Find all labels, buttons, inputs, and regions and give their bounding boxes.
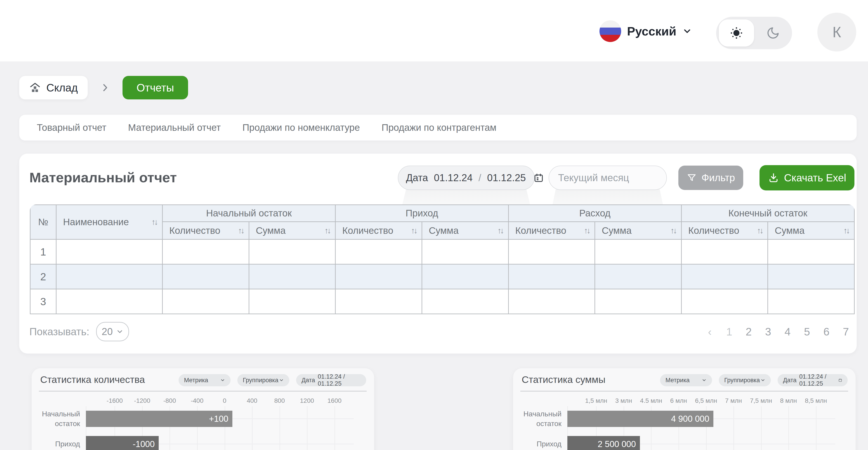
breadcrumb-reports-label: Отчеты: [136, 82, 174, 94]
breadcrumb-reports[interactable]: Отчеты: [123, 76, 188, 99]
axis-tick-label: 6 млн: [670, 397, 687, 405]
subcolumn-label: Количество: [342, 225, 393, 236]
sort-icon[interactable]: ↑↓: [584, 226, 589, 235]
chart-bar: 2 500 000: [567, 436, 640, 450]
subcolumn-quantity[interactable]: Количество↑↓: [162, 222, 249, 239]
chart-axis-ticks: 1,5 млн3 млн4.5 млн6 млн6,5 млн7 млн7,5 …: [567, 395, 835, 406]
calendar-icon: [533, 172, 544, 183]
period-input[interactable]: [549, 166, 667, 190]
bar-value-label: 4 900 000: [671, 414, 713, 424]
tab-materialny-otchet[interactable]: Материальный отчет: [128, 122, 221, 133]
light-theme-option[interactable]: [719, 20, 754, 46]
pagination-page-5[interactable]: 5: [803, 325, 811, 338]
quantity-bar-chart: +100-1000: [86, 406, 354, 450]
pagination-page-4[interactable]: 4: [783, 325, 792, 338]
sort-icon[interactable]: ↑↓: [498, 226, 503, 235]
subcolumn-label: Сумма: [602, 225, 631, 236]
pagination-page-7[interactable]: 7: [842, 325, 850, 338]
subcolumn-label: Сумма: [775, 225, 804, 236]
sort-icon[interactable]: ↑↓: [411, 226, 416, 235]
column-header-name-label: Наименование: [63, 217, 129, 227]
pagination-page-6[interactable]: 6: [822, 325, 831, 338]
date-range-picker[interactable]: Дата 01.12.24 / 01.12.25: [398, 166, 535, 190]
chart-date-range[interactable]: Дата 01.12.24 / 01.12.25: [296, 374, 366, 386]
date-separator: /: [478, 172, 481, 184]
row-number: 3: [30, 289, 56, 314]
show-label: Показывать:: [29, 325, 89, 338]
chevron-down-icon: [702, 378, 707, 383]
warehouse-icon: [29, 82, 41, 94]
chart-date-label: Дата: [302, 377, 315, 384]
sort-icon[interactable]: ↑↓: [757, 226, 762, 235]
subcolumn-label: Сумма: [256, 225, 286, 236]
page-size-select[interactable]: 20: [96, 322, 129, 341]
theme-toggle[interactable]: [716, 17, 792, 49]
axis-tick-label: 8 млн: [780, 397, 797, 405]
subcolumn-sum[interactable]: Сумма↑↓: [768, 222, 855, 239]
report-table: № Наименование ↑↓ Начальный остаток Прих…: [30, 204, 855, 314]
tab-prodazhi-kontragenty[interactable]: Продажи по контрагентам: [381, 122, 496, 133]
axis-tick-label: 6,5 млн: [695, 397, 717, 405]
divider: [520, 391, 848, 391]
axis-tick-label: -1200: [134, 397, 150, 405]
grouping-select-label: Группировка: [243, 377, 278, 384]
subcolumn-quantity[interactable]: Количество↑↓: [508, 222, 595, 239]
column-header-name[interactable]: Наименование ↑↓: [56, 205, 162, 239]
page-size-value: 20: [102, 326, 113, 337]
chart-category-label: Приход: [32, 431, 84, 450]
download-button-label: Скачать Exel: [784, 172, 846, 184]
sort-icon[interactable]: ↑↓: [151, 217, 157, 227]
row-number: 1: [30, 239, 56, 264]
table-row[interactable]: 3: [30, 289, 855, 314]
subcolumn-sum[interactable]: Сумма↑↓: [249, 222, 336, 239]
download-excel-button[interactable]: Скачать Exel: [760, 165, 855, 190]
sort-icon[interactable]: ↑↓: [843, 226, 849, 235]
page-title: Материальный отчет: [29, 169, 177, 186]
pagination-page-3[interactable]: 3: [764, 325, 772, 338]
chart-category-label: Приход: [513, 431, 565, 450]
pagination-page-2[interactable]: 2: [745, 325, 753, 338]
sun-icon: [730, 26, 743, 40]
sum-bar-chart: 4 900 0002 500 000: [567, 406, 835, 450]
subcolumn-sum[interactable]: Сумма↑↓: [422, 222, 508, 239]
language-selector[interactable]: Русский: [599, 20, 692, 43]
chart-date-label: Дата: [783, 377, 797, 384]
chart-category-labels: Начальный остатокПриход: [513, 406, 565, 450]
metric-select[interactable]: Метрика: [660, 374, 712, 386]
metric-select[interactable]: Метрика: [179, 374, 230, 386]
subcolumn-sum[interactable]: Сумма↑↓: [595, 222, 682, 239]
axis-tick-label: 7 млн: [725, 397, 742, 405]
page-size-control: Показывать: 20: [29, 323, 129, 341]
chart-date-range[interactable]: Дата 01.12.24 / 01.12.25: [778, 374, 848, 386]
breadcrumb-chevron-icon: [100, 83, 110, 93]
breadcrumb-warehouse[interactable]: Склад: [19, 76, 88, 99]
chevron-down-icon: [116, 328, 124, 335]
sort-icon[interactable]: ↑↓: [324, 226, 330, 235]
chart-bar: +100: [86, 411, 232, 427]
metric-select-label: Метрика: [184, 377, 208, 384]
chart-title: Статистика количества: [40, 374, 145, 385]
axis-tick-label: 1600: [328, 397, 342, 405]
table-row[interactable]: 1: [30, 239, 855, 264]
filter-button[interactable]: Фильтр: [678, 166, 743, 190]
avatar-initial: К: [833, 24, 841, 41]
axis-tick-label: 1200: [300, 397, 314, 405]
user-avatar[interactable]: К: [817, 13, 856, 52]
grouping-select[interactable]: Группировка: [719, 374, 771, 386]
axis-tick-label: 0: [223, 397, 226, 405]
sort-icon[interactable]: ↑↓: [671, 226, 676, 235]
grouping-select[interactable]: Группировка: [237, 374, 289, 386]
pagination-prev[interactable]: ‹: [706, 325, 714, 338]
subcolumn-quantity[interactable]: Количество↑↓: [681, 222, 768, 239]
tab-tovarny-otchet[interactable]: Товарный отчет: [37, 122, 106, 133]
axis-tick-label: 400: [247, 397, 257, 405]
sort-icon[interactable]: ↑↓: [238, 226, 243, 235]
date-from: 01.12.24: [434, 172, 472, 184]
table-row[interactable]: 2: [30, 264, 855, 289]
tab-prodazhi-nomenklatura[interactable]: Продажи по номенклатуре: [242, 122, 360, 133]
pagination-page-1[interactable]: 1: [725, 325, 733, 338]
chart-category-label: Начальный остаток: [513, 406, 565, 431]
subcolumn-quantity[interactable]: Количество↑↓: [336, 222, 422, 239]
material-report-card: Материальный отчет Дата 01.12.24 / 01.12…: [19, 154, 857, 354]
dark-theme-option[interactable]: [754, 26, 792, 40]
